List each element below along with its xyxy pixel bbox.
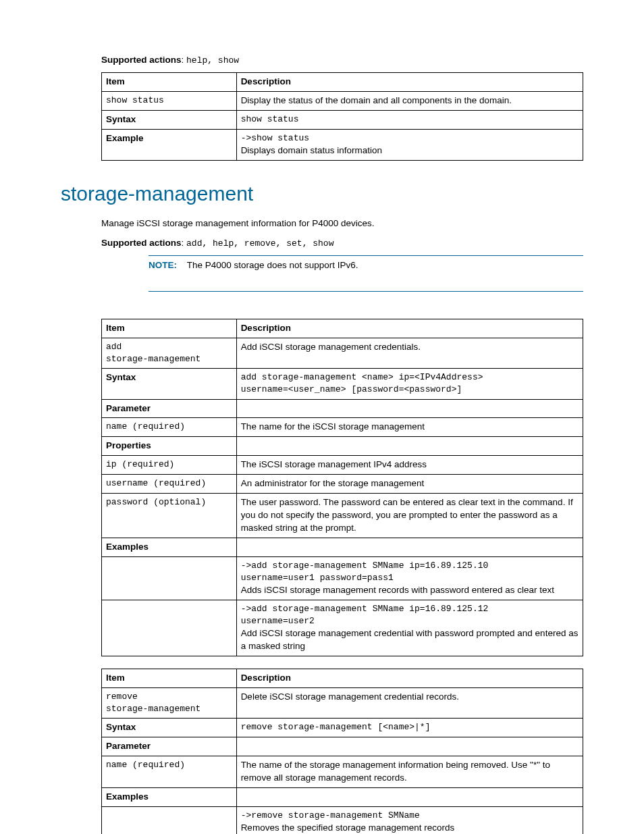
section-title-storage-management: storage-management [61,180,583,208]
prop-username: username (required) [102,475,237,494]
syntax-label: Syntax [102,369,237,399]
table-header-item: Item [102,73,237,92]
supported-actions-label: Supported actions [101,238,182,248]
parameter-label: Parameter [102,399,237,418]
example-cell: ->show status Displays domain status inf… [236,129,583,160]
supported-actions-status: Supported actions: help, show [101,54,583,67]
cmd-add-storage: add storage-management [102,338,237,368]
cmd-remove-storage: remove storage-management [102,687,237,718]
param-name-desc: The name of the storage management infor… [236,756,583,788]
example1-cell: ->add storage-management SMName ip=16.89… [236,556,583,600]
examples-label: Examples [102,538,237,556]
example-desc: Displays domain status information [241,145,579,157]
table-header-desc: Description [236,319,583,338]
supported-actions-value: add, help, remove, set, show [186,238,333,249]
syntax-label: Syntax [102,110,237,129]
note-label: NOTE: [149,260,177,270]
example1-cell: ->remove storage-management SMName Remov… [236,806,583,834]
example-label: Example [102,129,237,160]
parameter-label: Parameter [102,737,237,756]
prop-password-desc: The user password. The password can be e… [236,494,583,538]
cmd-show-status: show status [102,92,237,111]
examples-label: Examples [102,787,237,806]
syntax-value: remove storage-management [<name>|*] [236,719,583,737]
table-header-desc: Description [236,73,583,92]
syntax-value: add storage-management <name> ip=<IPv4Ad… [236,369,583,399]
param-name: name (required) [102,418,237,437]
note-text: The P4000 storage does not support IPv6. [187,260,358,270]
cmd-remove-desc: Delete iSCSI storage management credenti… [236,687,583,718]
param-name: name (required) [102,756,237,788]
example2-cell: ->add storage-management SMName ip=16.89… [236,600,583,656]
supported-actions-storage: Supported actions: add, help, remove, se… [101,237,583,250]
param-name-desc: The name for the iSCSI storage managemen… [236,418,583,437]
properties-label: Properties [102,437,237,456]
storage-mgmt-intro: Manage iSCSI storage management informat… [101,217,583,230]
supported-actions-value: help, show [186,55,239,66]
table-header-desc: Description [236,669,583,687]
syntax-value: show status [236,110,583,129]
desc-show-status: Display the status of the domain and all… [236,92,583,111]
supported-actions-label: Supported actions [101,55,182,65]
prop-ip: ip (required) [102,456,237,475]
example-cmd: ->show status [241,132,579,145]
note-block: NOTE: The P4000 storage does not support… [149,255,583,292]
remove-storage-management-table: Item Description remove storage-manageme… [101,669,583,834]
table-header-item: Item [102,319,237,338]
cmd-add-desc: Add iSCSI storage management credentials… [236,338,583,368]
syntax-label: Syntax [102,719,237,737]
prop-username-desc: An administrator for the storage managem… [236,475,583,494]
add-storage-management-table: Item Description add storage-management … [101,319,583,656]
status-table: Item Description show status Display the… [101,72,583,161]
prop-ip-desc: The iSCSI storage management IPv4 addres… [236,456,583,475]
table-header-item: Item [102,669,237,687]
prop-password: password (optional) [102,494,237,538]
